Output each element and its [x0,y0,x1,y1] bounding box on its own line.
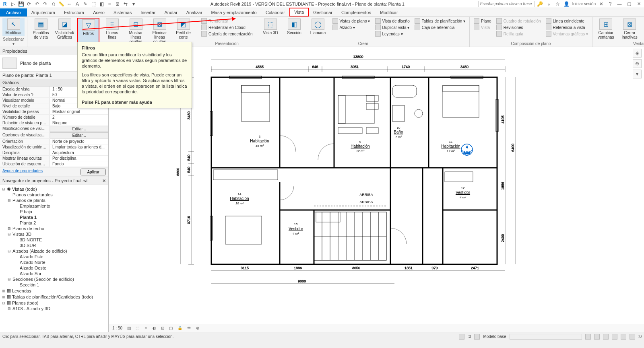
tree-item[interactable]: ⊞▦Tablas de planificación/Cantidades (to… [0,294,108,300]
tab-archivo[interactable]: Archivo [0,8,27,16]
detail-level-icon[interactable]: ▤ [126,326,132,330]
expand-icon[interactable]: ⊞ [2,295,6,299]
property-value[interactable]: Limpiar todas las uniones d... [50,144,108,150]
open-icon[interactable]: ▷ [10,1,16,7]
tree-item[interactable]: Alzado Este [0,254,108,259]
crop-visible-icon[interactable]: ▢ [168,326,174,330]
design-option-dropdown[interactable] [510,334,582,340]
tree-item[interactable]: ⊟Secciones (Sección de edificio) [0,276,108,282]
galeria-button[interactable]: Galería de renderización [200,31,254,37]
property-row[interactable]: Rotación de vista en planoNinguno [0,120,108,126]
referencia-vista-button[interactable]: Referencia a vista [544,24,590,31]
filter-status-icon[interactable] [630,334,635,340]
leyendas-button[interactable]: Leyendas ▾ [374,31,411,37]
tab-ins[interactable]: Insertar [136,8,160,16]
vistas-ficha-button[interactable]: ▭ Vistas de ficha [642,18,644,41]
plantillas-button[interactable]: ▤ Plantillas de vista [30,18,52,45]
expand-icon[interactable]: ⊟ [2,301,6,305]
property-row[interactable]: Visualización de unión de ...Limpiar tod… [0,144,108,150]
crop-icon[interactable]: ⊡ [160,326,165,330]
property-row[interactable]: Mostrar líneas ocultasPor disciplina [0,156,108,161]
measure-icon[interactable]: 📏 [58,1,64,7]
apply-button[interactable]: Aplicar [80,169,106,175]
expand-icon[interactable]: ⊟ [7,232,11,236]
plano-button[interactable]: Plano [472,18,493,24]
tab-mod[interactable]: Modificar [376,8,402,16]
tree-item[interactable]: 3D NORTE [0,237,108,243]
lock-icon[interactable]: 🔒 [176,326,184,330]
tree-item[interactable]: ⊞▦Leyendas [0,288,108,294]
section-icon[interactable]: ◧ [98,1,105,7]
filtros-button[interactable]: ▽ Filtros [77,18,99,45]
renderizar-cloud-button[interactable]: Renderizar en Cloud [200,24,254,31]
model-base-label[interactable]: Modelo base [483,334,506,339]
sync-icon[interactable]: ⟳ [26,1,32,7]
minimize-button[interactable]: — [616,1,623,7]
tab-arq[interactable]: Arquitectura [27,8,60,16]
drag-icon[interactable] [621,334,626,340]
tablas-button[interactable]: Tablas de planificación ▾ [413,18,467,24]
3d-icon[interactable]: ⬚ [90,1,97,7]
vista-diseno-button[interactable]: Vista de diseño [374,18,411,24]
shadow-icon[interactable]: ◐ [151,326,157,330]
app-logo-icon[interactable]: R [2,1,8,7]
dim-icon[interactable]: ↔ [66,1,72,7]
caja-ref-button[interactable]: Caja de referencia [413,24,467,31]
help-icon[interactable]: ? [607,1,613,7]
property-row[interactable]: DisciplinaArquitectura [0,150,108,156]
tree-item[interactable]: P baja [0,209,108,214]
property-value[interactable]: Fondo [50,161,108,167]
property-value[interactable]: Editar... [50,132,108,138]
favorite-icon[interactable]: ☆ [555,1,561,7]
tab-comp[interactable]: Complementos [337,8,376,16]
reveal-icon[interactable]: ⊚ [195,326,200,330]
tree-item[interactable]: ⊟▦Planos (todo) [0,300,108,306]
search-input[interactable] [478,1,535,7]
close-hidden-icon[interactable]: ⊠ [114,1,121,7]
project-browser-tree[interactable]: ⊟◉Vistas (todo)Planos estructurales⊟Plan… [0,185,108,332]
property-value[interactable]: Editar... [50,126,108,132]
print-icon[interactable]: ⎙ [50,1,56,7]
cambiar-ventanas-button[interactable]: ⊞ Cambiar ventanas [595,18,617,41]
tag-icon[interactable]: ✎ [82,1,89,7]
property-row[interactable]: Visibilidad de piezasMostrar original [0,109,108,115]
vistas-plano-button[interactable]: Vistas de plano ▾ [331,18,372,24]
tree-item[interactable]: ⊟Planos de planta [0,198,108,203]
tree-item[interactable]: ⊟Vistas 3D [0,231,108,237]
maximize-button[interactable]: ▢ [625,1,633,7]
tree-item[interactable]: ⊞Planos de techo [0,226,108,231]
property-value[interactable]: 2 [50,115,108,120]
select-pinned-icon[interactable] [603,334,609,340]
property-value[interactable]: Arquitectura [50,150,108,155]
redo-icon[interactable]: ↷ [42,1,48,7]
property-row[interactable]: OrientaciónNorte de proyecto [0,139,108,144]
keys-icon[interactable]: 🔑 [537,1,543,7]
save-icon[interactable]: 💾 [18,1,24,7]
select-face-icon[interactable] [612,334,617,340]
tab-anal[interactable]: Analizar [182,8,207,16]
modificar-button[interactable]: ↖ Modificar [2,18,25,36]
expand-icon[interactable]: ⊟ [7,249,11,253]
tree-item[interactable]: Planos estructurales [0,192,108,198]
tab-acero[interactable]: Acero [89,8,109,16]
tab-sist[interactable]: Sistemas [109,8,136,16]
llamada-button[interactable]: ◯ Llamada [307,18,329,41]
user-icon[interactable]: 👤 [564,1,570,7]
tab-colab[interactable]: Colaborar [261,8,289,16]
tab-est[interactable]: Estructura [60,8,89,16]
tree-item[interactable]: 3D SUR [0,243,108,248]
expand-icon[interactable]: ⊟ [2,187,6,191]
close-button[interactable]: ✕ [635,1,642,7]
tree-item[interactable]: Planta 1 [0,214,108,220]
property-row[interactable]: Ubicación de esquema de ...Fondo [0,161,108,167]
tree-item[interactable]: Planta 2 [0,220,108,226]
expand-icon[interactable]: ⊟ [7,198,11,202]
tree-item[interactable]: ⊟Alzados (Alzado de edificio) [0,248,108,254]
select-underlay-icon[interactable] [594,334,600,340]
close-icon[interactable]: ✕ [102,178,106,183]
property-value[interactable]: Por disciplina [50,156,108,161]
seccion-button[interactable]: ◧ Sección [283,18,305,41]
tree-item[interactable]: Alzado Oeste [0,265,108,271]
alzado-button[interactable]: Alzado ▾ [331,24,372,31]
tree-item[interactable]: Emplazamiento [0,203,108,209]
